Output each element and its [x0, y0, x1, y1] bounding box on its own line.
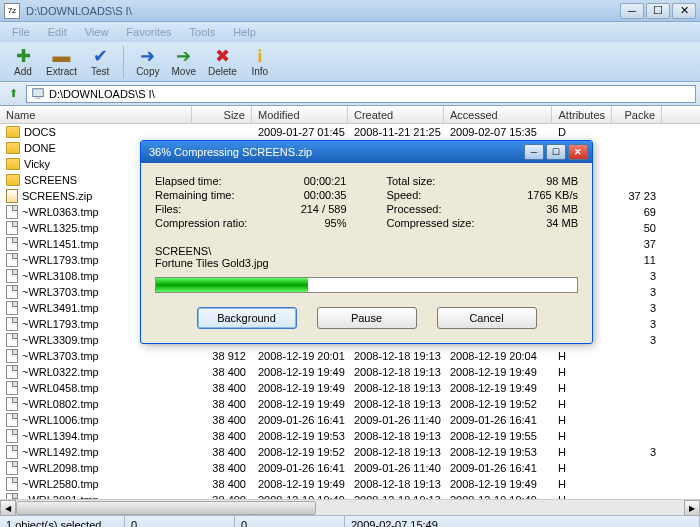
scroll-right-button[interactable]: ▶	[684, 500, 700, 516]
file-row[interactable]: DOCS2009-01-27 01:452008-11-21 21:252009…	[0, 124, 700, 140]
horizontal-scrollbar[interactable]: ◀ ▶	[0, 499, 700, 515]
processed-label: Processed:	[387, 203, 442, 215]
extract-button[interactable]: ▬Extract	[40, 44, 83, 79]
window-titlebar: 7z D:\DOWNLOADS\S I\ ─ ☐ ✕	[0, 0, 700, 22]
file-icon	[6, 445, 18, 459]
files-label: Files:	[155, 203, 181, 215]
delete-button[interactable]: ✖Delete	[202, 44, 243, 79]
maximize-button[interactable]: ☐	[646, 3, 670, 19]
file-name: SCREENS.zip	[22, 190, 92, 202]
file-row[interactable]: ~WRL1492.tmp38 4002008-12-19 19:522008-1…	[0, 444, 700, 460]
add-button[interactable]: ✚Add	[6, 44, 40, 79]
col-packed[interactable]: Packe	[612, 106, 662, 123]
file-row[interactable]: ~WRL0802.tmp38 4002008-12-19 19:492008-1…	[0, 396, 700, 412]
file-icon	[6, 365, 18, 379]
copy-button[interactable]: ➜Copy	[130, 44, 165, 79]
move-button[interactable]: ➔Move	[165, 44, 201, 79]
status-v2: 0	[235, 516, 345, 527]
col-accessed[interactable]: Accessed	[444, 106, 552, 123]
file-row[interactable]: ~WRL0458.tmp38 4002008-12-19 19:492008-1…	[0, 380, 700, 396]
scroll-track[interactable]	[16, 500, 684, 515]
file-packed: 50	[612, 222, 662, 234]
file-name: ~WRL0458.tmp	[22, 382, 99, 394]
file-size: 38 400	[192, 398, 252, 410]
menu-file[interactable]: File	[4, 24, 38, 40]
file-icon	[6, 413, 18, 427]
file-attr: H	[552, 478, 612, 490]
file-packed: 3	[612, 270, 662, 282]
file-row[interactable]: ~WRL1394.tmp38 4002008-12-19 19:532008-1…	[0, 428, 700, 444]
menu-edit[interactable]: Edit	[40, 24, 75, 40]
minimize-button[interactable]: ─	[620, 3, 644, 19]
file-accessed: 2008-12-19 19:49	[444, 494, 552, 499]
file-name: ~WRL3703.tmp	[22, 286, 99, 298]
close-button[interactable]: ✕	[672, 3, 696, 19]
menu-tools[interactable]: Tools	[182, 24, 224, 40]
file-name: ~WRL3491.tmp	[22, 302, 99, 314]
file-name: ~WRL3309.tmp	[22, 334, 99, 346]
col-name[interactable]: Name	[0, 106, 192, 123]
scroll-thumb[interactable]	[16, 501, 316, 515]
dialog-minimize-button[interactable]: ─	[524, 144, 544, 160]
address-input[interactable]: D:\DOWNLOADS\S I\	[26, 85, 696, 103]
file-packed: 3	[612, 286, 662, 298]
menu-view[interactable]: View	[77, 24, 117, 40]
status-selected: 1 object(s) selected	[0, 516, 125, 527]
file-accessed: 2008-12-19 19:53	[444, 446, 552, 458]
menu-help[interactable]: Help	[225, 24, 264, 40]
remaining-value: 00:00:35	[304, 189, 347, 201]
file-size: 38 400	[192, 430, 252, 442]
file-packed: 37 23	[612, 190, 662, 202]
file-name: ~WRL3703.tmp	[22, 350, 99, 362]
pause-button[interactable]: Pause	[317, 307, 417, 329]
file-attr: D	[552, 126, 612, 138]
toolbar-separator	[123, 46, 124, 78]
background-button[interactable]: Background	[197, 307, 297, 329]
file-row[interactable]: ~WRL2098.tmp38 4002009-01-26 16:412009-0…	[0, 460, 700, 476]
file-name: SCREENS	[24, 174, 77, 186]
info-button[interactable]: iInfo	[243, 44, 277, 79]
file-row[interactable]: ~WRL1006.tmp38 4002009-01-26 16:412009-0…	[0, 412, 700, 428]
status-date: 2009-02-07 15:49	[345, 516, 700, 527]
file-modified: 2008-12-19 19:49	[252, 366, 348, 378]
file-name: ~WRL1325.tmp	[22, 222, 99, 234]
up-button[interactable]: ⬆	[4, 85, 22, 103]
file-modified: 2009-01-27 01:45	[252, 126, 348, 138]
file-row[interactable]: ~WRL2881.tmp38 4002008-12-19 19:492008-1…	[0, 492, 700, 499]
col-attributes[interactable]: Attributes	[552, 106, 612, 123]
file-attr: H	[552, 414, 612, 426]
dialog-maximize-button[interactable]: ☐	[546, 144, 566, 160]
status-v1: 0	[125, 516, 235, 527]
dialog-close-button[interactable]: ✕	[568, 144, 588, 160]
col-created[interactable]: Created	[348, 106, 444, 123]
file-name: ~WRL1006.tmp	[22, 414, 99, 426]
col-size[interactable]: Size	[192, 106, 252, 123]
cancel-button[interactable]: Cancel	[437, 307, 537, 329]
file-created: 2009-01-26 11:40	[348, 462, 444, 474]
scroll-left-button[interactable]: ◀	[0, 500, 16, 516]
file-packed: 37	[612, 238, 662, 250]
dialog-titlebar[interactable]: 36% Compressing SCREENS.zip ─ ☐ ✕	[141, 141, 592, 163]
file-row[interactable]: ~WRL2580.tmp38 4002008-12-19 19:492008-1…	[0, 476, 700, 492]
test-button[interactable]: ✔Test	[83, 44, 117, 79]
processed-value: 36 MB	[546, 203, 578, 215]
file-icon	[6, 333, 18, 347]
menu-favorites[interactable]: Favorites	[118, 24, 179, 40]
file-size: 38 400	[192, 494, 252, 499]
file-name: Vicky	[24, 158, 50, 170]
file-packed: 69	[612, 206, 662, 218]
file-name: ~WRL1793.tmp	[22, 254, 99, 266]
file-size: 38 912	[192, 350, 252, 362]
file-row[interactable]: ~WRL0322.tmp38 4002008-12-19 19:492008-1…	[0, 364, 700, 380]
total-label: Total size:	[387, 175, 436, 187]
file-modified: 2008-12-19 19:53	[252, 430, 348, 442]
file-name: ~WRL0363.tmp	[22, 206, 99, 218]
speed-value: 1765 KB/s	[527, 189, 578, 201]
col-modified[interactable]: Modified	[252, 106, 348, 123]
file-modified: 2008-12-19 19:49	[252, 382, 348, 394]
file-created: 2008-12-18 19:13	[348, 430, 444, 442]
file-row[interactable]: ~WRL3703.tmp38 9122008-12-19 20:012008-1…	[0, 348, 700, 364]
current-folder: SCREENS\	[155, 245, 578, 257]
file-accessed: 2009-01-26 16:41	[444, 462, 552, 474]
file-name: ~WRL3108.tmp	[22, 270, 99, 282]
